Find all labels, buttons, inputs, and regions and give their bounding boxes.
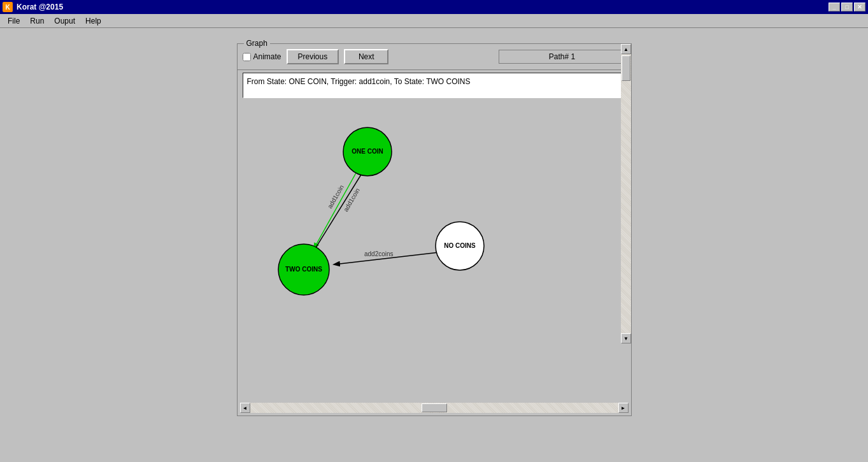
scroll-track-horizontal[interactable] (250, 403, 618, 413)
menu-help[interactable]: Help (80, 15, 106, 27)
edge-one-to-two-green (314, 170, 358, 249)
graph-svg: add1coin add1coin add2coins ONE COIN (240, 101, 603, 400)
graph-section-label: Graph (244, 39, 270, 48)
title-text: Korat @2015 (17, 3, 63, 11)
title-bar-controls[interactable]: _ □ ✕ (829, 3, 865, 11)
graph-header: Animate Previous Next Path# 1 (238, 44, 631, 70)
menu-run[interactable]: Run (25, 15, 49, 27)
animate-checkbox-group[interactable]: Animate (243, 52, 281, 61)
horizontal-scrollbar-bar: ◄ ► (240, 403, 629, 413)
path-label: Path# 1 (499, 50, 626, 64)
title-bar-left: K Korat @2015 (3, 2, 63, 12)
state-info-text: From State: ONE COIN, Trigger: add1coin,… (247, 77, 471, 86)
node-one-coin-label: ONE COIN (352, 148, 383, 155)
vertical-scrollbar[interactable]: ▲ ▼ (621, 44, 631, 343)
close-button[interactable]: ✕ (854, 3, 865, 11)
menu-bar: File Run Ouput Help (0, 14, 868, 28)
edge-label-add2coins: add2coins (364, 250, 394, 257)
menu-file[interactable]: File (3, 15, 25, 27)
graph-panel: Graph Animate Previous Next Path# 1 From… (237, 43, 632, 416)
edge-two-to-one-black (315, 170, 364, 249)
node-no-coins-label: NO COINS (444, 242, 476, 249)
scroll-left-button[interactable]: ◄ (240, 403, 250, 413)
scroll-up-button[interactable]: ▲ (621, 44, 631, 54)
scroll-thumb-vertical[interactable] (622, 55, 630, 81)
scroll-thumb-horizontal[interactable] (422, 403, 447, 412)
minimize-button[interactable]: _ (829, 3, 840, 11)
graph-canvas-area: add1coin add1coin add2coins ONE COIN (240, 101, 629, 400)
maximize-button[interactable]: □ (841, 3, 853, 11)
scroll-track-vertical[interactable] (621, 54, 631, 333)
title-bar: K Korat @2015 _ □ ✕ (0, 0, 868, 14)
state-info-box: From State: ONE COIN, Trigger: add1coin,… (243, 73, 626, 98)
scroll-down-button[interactable]: ▼ (621, 333, 631, 343)
next-button[interactable]: Next (344, 49, 388, 64)
main-content: Graph Animate Previous Next Path# 1 From… (0, 28, 868, 462)
previous-button[interactable]: Previous (287, 49, 339, 64)
menu-output[interactable]: Ouput (49, 15, 80, 27)
scroll-right-button[interactable]: ► (618, 403, 629, 413)
animate-checkbox[interactable] (243, 53, 251, 61)
graph-canvas-inner: add1coin add1coin add2coins ONE COIN (240, 101, 603, 400)
app-icon: K (3, 2, 13, 12)
node-two-coins-label: TWO COINS (285, 266, 322, 273)
animate-label: Animate (253, 52, 281, 61)
